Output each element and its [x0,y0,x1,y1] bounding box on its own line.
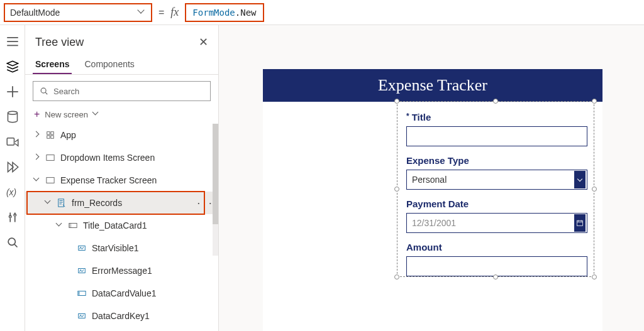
property-selector[interactable]: DefaultMode [4,3,152,22]
app-icon [45,130,55,140]
tree-node-expense-screen[interactable]: Expense Tracker Screen [25,169,218,192]
form-icon [57,198,67,208]
tree-node-label: Expense Tracker Screen [60,175,157,185]
data-icon[interactable] [6,111,19,123]
expense-type-value: Personal [412,175,447,185]
tree-view-icon[interactable] [6,60,19,73]
resize-handle[interactable] [592,274,597,279]
scrollbar-thumb[interactable] [213,124,218,224]
svg-rect-13 [58,199,64,207]
expense-type-dropdown[interactable]: Personal [406,170,587,190]
resize-handle[interactable] [592,187,597,192]
formula-token-type: FormMode [192,8,235,18]
search-input[interactable]: Search [33,81,211,101]
resize-handle[interactable] [592,99,597,104]
title-input[interactable] [406,126,587,146]
svg-rect-15 [69,224,72,228]
power-automate-icon[interactable] [6,161,19,173]
chevron-down-icon [93,111,99,117]
field-label-title: *Title [406,112,587,122]
plus-icon: + [34,109,40,120]
field-label-amount: Amount [406,242,587,252]
variables-icon[interactable]: (x) [6,186,19,198]
label-icon [77,266,87,276]
insert-icon[interactable] [6,85,19,98]
tree-view-title: Tree view [35,36,84,49]
tree-node-title-datacard[interactable]: Title_DataCard1 [25,214,218,237]
datacard-icon [68,220,78,231]
svg-point-0 [8,111,17,114]
app-title: Expense Tracker [378,76,487,95]
svg-rect-10 [51,136,53,138]
media-icon[interactable] [6,136,19,148]
form-frm-records[interactable]: *Title Expense Type Personal Payment Dat… [397,102,594,276]
tab-components[interactable]: Components [82,55,136,74]
amount-input[interactable] [406,256,587,276]
svg-point-6 [41,88,46,93]
tree-node-label: StarVisible1 [92,243,138,253]
screen-icon [45,153,55,163]
search-icon[interactable] [6,236,19,249]
resize-handle[interactable] [493,274,498,279]
tree-node-datacardvalue[interactable]: DataCardValue1 [25,282,218,305]
label-icon [77,243,87,253]
tree-node-errormessage[interactable]: ErrorMessage1 [25,259,218,282]
resize-handle[interactable] [394,187,399,192]
svg-text:(x): (x) [6,188,16,197]
tree-node-label: Dropdown Items Screen [60,153,155,163]
tab-screens[interactable]: Screens [33,55,72,74]
payment-date-picker[interactable]: 12/31/2001 [406,213,587,233]
formula-token-dot: . [235,8,240,18]
search-icon [40,87,48,95]
textinput-icon [77,288,87,298]
resize-handle[interactable] [394,274,399,279]
chevron-right-icon [34,155,40,161]
tree-node-label: Title_DataCard1 [83,220,147,231]
chevron-right-icon [34,132,40,138]
dropdown-button[interactable] [574,171,586,188]
chevron-down-icon [138,9,146,16]
tree-node-label: DataCardValue1 [92,288,156,298]
search-placeholder: Search [53,87,79,96]
new-screen-button[interactable]: + New screen [25,105,218,124]
svg-rect-16 [79,246,86,251]
payment-date-value: 12/31/2001 [412,218,456,228]
screen-icon [45,175,55,185]
label-icon [77,311,87,321]
tree-node-frm-records[interactable]: frm_Records · · · [25,192,218,214]
tree-node-app[interactable]: App [25,124,218,146]
calendar-icon [576,219,584,227]
new-screen-label: New screen [45,110,88,119]
formula-bar: DefaultMode = fx FormMode.New [0,0,644,25]
field-label-expense-type: Expense Type [406,155,587,166]
calendar-button[interactable] [574,214,586,232]
required-star-icon: * [406,112,409,121]
field-label-payment-date: Payment Date [406,198,587,209]
more-options-icon[interactable]: · · · [197,198,212,208]
svg-rect-20 [577,220,583,225]
tree-node-dropdown-screen[interactable]: Dropdown Items Screen [25,146,218,169]
fx-icon: fx [170,6,179,19]
design-canvas[interactable]: Expense Tracker *Title Expense Type [219,25,644,331]
tree-list: App Dropdown Items Screen Expense Tracke… [25,124,218,331]
svg-rect-12 [47,178,54,183]
left-icon-rail: (x) [0,25,25,331]
chevron-down-icon [577,176,582,181]
svg-point-5 [8,238,15,245]
svg-rect-19 [79,314,86,318]
app-header: Expense Tracker [263,69,602,102]
svg-rect-7 [47,132,50,134]
svg-rect-11 [47,155,54,161]
close-icon[interactable]: ✕ [199,35,208,49]
chevron-down-icon [34,177,40,183]
hamburger-icon[interactable] [6,35,19,48]
tree-node-datacardkey[interactable]: DataCardKey1 [25,305,218,327]
tree-node-starvisible[interactable]: StarVisible1 [25,237,218,259]
advanced-tools-icon[interactable] [6,211,19,224]
app-body: *Title Expense Type Personal Payment Dat… [263,102,602,331]
svg-rect-8 [51,132,53,134]
resize-handle[interactable] [493,99,498,104]
formula-input[interactable]: FormMode.New [185,3,264,22]
resize-handle[interactable] [394,99,399,104]
tree-node-label: ErrorMessage1 [92,266,152,276]
